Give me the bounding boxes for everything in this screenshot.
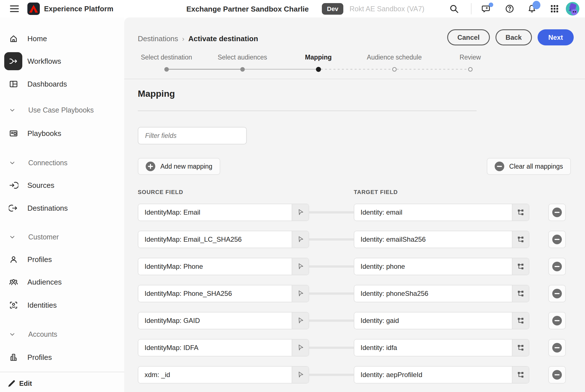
sidebar-item-destinations[interactable]: Destinations: [0, 199, 124, 217]
sidebar-section-accounts[interactable]: Accounts: [0, 325, 124, 343]
target-field-value[interactable]: Identity: emailSha256: [354, 231, 512, 248]
notifications-bell-icon[interactable]: [527, 4, 537, 14]
mapping-connector-line: [309, 238, 354, 241]
target-field-group: Identity: email: [354, 204, 529, 221]
sidebar-item-audiences[interactable]: Audiences: [0, 273, 124, 291]
sidebar-item-workflows[interactable]: Workflows: [0, 52, 124, 70]
select-target-schema-button[interactable]: [512, 312, 529, 329]
add-new-mapping-button[interactable]: Add new mapping: [138, 158, 220, 175]
mapping-rows: IdentityMap: Email Identity: email Ident…: [138, 204, 585, 392]
select-source-field-button[interactable]: [292, 340, 309, 356]
select-source-field-button[interactable]: [292, 367, 309, 383]
select-target-schema-button[interactable]: [512, 204, 529, 221]
sidebar-edit-button[interactable]: Edit: [0, 375, 124, 392]
target-field-value[interactable]: Identity: gaid: [354, 312, 512, 329]
source-field-value[interactable]: IdentityMap: IDFA: [138, 340, 292, 356]
target-field-value[interactable]: Identity: phoneSha256: [354, 285, 512, 302]
source-field-value[interactable]: IdentityMap: Email_LC_SHA256: [138, 231, 292, 248]
source-field-value[interactable]: xdm: _id: [138, 367, 292, 383]
breadcrumb-destinations-link[interactable]: Destinations: [138, 34, 178, 43]
target-field-value[interactable]: Identity: aepProfileId: [354, 367, 512, 383]
remove-mapping-button[interactable]: [548, 339, 566, 356]
sidebar-item-home[interactable]: Home: [0, 30, 124, 48]
select-target-schema-button[interactable]: [512, 367, 529, 383]
select-source-field-button[interactable]: [292, 231, 309, 248]
help-icon[interactable]: [505, 4, 515, 14]
step-mapping[interactable]: Mapping: [280, 54, 356, 61]
step-line-4: [397, 69, 468, 70]
target-field-value[interactable]: Identity: email: [354, 204, 512, 221]
search-icon[interactable]: [449, 4, 459, 14]
select-source-field-button[interactable]: [292, 312, 309, 329]
cancel-button[interactable]: Cancel: [447, 29, 490, 45]
back-button[interactable]: Back: [495, 29, 532, 45]
sidebar-item-account-profiles[interactable]: Profiles: [0, 348, 124, 366]
target-field-group: Identity: emailSha256: [354, 231, 529, 248]
target-field-group: Identity: phone: [354, 258, 529, 275]
clear-all-mappings-button[interactable]: Clear all mappings: [487, 158, 571, 175]
source-field-group: xdm: _id: [138, 366, 309, 384]
target-field-value[interactable]: Identity: phone: [354, 258, 512, 275]
adobe-logo[interactable]: [27, 3, 40, 15]
sidebar-item-dashboards[interactable]: Dashboards: [0, 75, 124, 93]
source-field-value[interactable]: IdentityMap: GAID: [138, 312, 292, 329]
step-select-destination[interactable]: Select destination: [128, 54, 204, 61]
home-icon: [9, 34, 18, 43]
sidebar-item-identities[interactable]: Identities: [0, 296, 124, 314]
source-field-value[interactable]: IdentityMap: Phone: [138, 258, 292, 275]
sidebar-item-sources[interactable]: Sources: [0, 176, 124, 194]
sidebar-section-use-case-playbooks[interactable]: Use Case Playbooks: [0, 101, 124, 119]
mapping-connector-line: [309, 265, 354, 268]
remove-mapping-button[interactable]: [548, 258, 566, 275]
select-source-field-button[interactable]: [292, 204, 309, 221]
top-bar: Experience Platform Exchange Partner San…: [0, 0, 585, 17]
select-source-field-button[interactable]: [292, 285, 309, 302]
select-target-schema-button[interactable]: [512, 340, 529, 356]
cursor-arrow-icon: [296, 343, 305, 352]
select-source-field-button[interactable]: [292, 258, 309, 275]
sidebar-section-customer[interactable]: Customer: [0, 228, 124, 246]
minus-circle-icon: [495, 162, 504, 171]
step-dot: [316, 67, 321, 72]
feedback-icon[interactable]: [481, 4, 492, 14]
cursor-arrow-icon: [296, 316, 305, 325]
select-target-schema-button[interactable]: [512, 258, 529, 275]
step-review[interactable]: Review: [432, 54, 508, 61]
step-dot: [392, 67, 397, 72]
sidebar-item-profiles[interactable]: Profiles: [0, 250, 124, 268]
schema-tree-icon: [517, 317, 525, 325]
remove-mapping-button[interactable]: [548, 312, 566, 329]
target-field-value[interactable]: Identity: idfa: [354, 340, 512, 356]
app-window: Experience Platform Exchange Partner San…: [0, 0, 585, 392]
page-heading: Mapping: [138, 89, 175, 99]
sidebar-section-connections[interactable]: Connections: [0, 154, 124, 172]
sidebar-item-playbooks[interactable]: Playbooks: [0, 124, 124, 142]
destinations-icon: [9, 203, 18, 213]
source-field-group: IdentityMap: Email_LC_SHA256: [138, 231, 309, 248]
schema-tree-icon: [517, 235, 525, 243]
remove-mapping-button[interactable]: [548, 204, 566, 221]
source-field-group: IdentityMap: Phone_SHA256: [138, 285, 309, 302]
app-switcher-icon[interactable]: [549, 4, 560, 14]
select-target-schema-button[interactable]: [512, 231, 529, 248]
next-button[interactable]: Next: [538, 29, 574, 45]
audiences-group-icon: [9, 277, 18, 287]
remove-mapping-button[interactable]: [548, 366, 566, 384]
select-target-schema-button[interactable]: [512, 285, 529, 302]
schema-tree-icon: [517, 263, 525, 270]
mapping-connector-line: [309, 320, 354, 322]
hamburger-menu-icon[interactable]: [10, 4, 19, 13]
chevron-down-icon: [8, 159, 16, 167]
remove-mapping-button[interactable]: [548, 285, 566, 302]
mapping-connector-line: [309, 374, 354, 376]
chevron-down-icon: [8, 233, 16, 241]
source-field-value[interactable]: IdentityMap: Email: [138, 204, 292, 221]
user-avatar[interactable]: [566, 2, 579, 16]
remove-mapping-button[interactable]: [548, 231, 566, 248]
filter-fields-input[interactable]: [138, 127, 247, 144]
step-audience-schedule[interactable]: Audience schedule: [356, 54, 432, 61]
source-field-value[interactable]: IdentityMap: Phone_SHA256: [138, 285, 292, 302]
cursor-arrow-icon: [296, 262, 305, 271]
step-select-audiences[interactable]: Select audiences: [204, 54, 280, 61]
cursor-arrow-icon: [296, 289, 305, 298]
